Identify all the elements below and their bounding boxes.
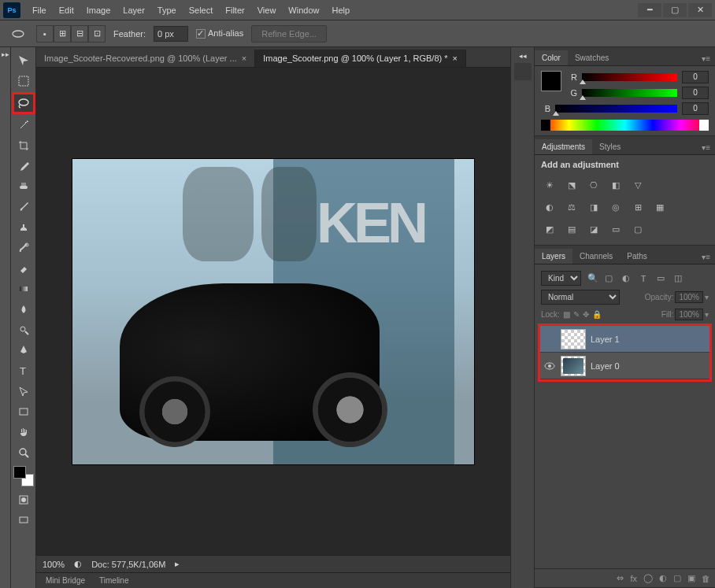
b-slider[interactable] <box>555 105 677 113</box>
layer-row[interactable]: Layer 0 <box>540 353 709 379</box>
history-panel-icon[interactable] <box>514 63 532 80</box>
healing-brush-tool[interactable] <box>13 177 35 196</box>
canvas-viewport[interactable]: KEN <box>36 68 510 555</box>
posterize-icon[interactable]: ▤ <box>563 221 580 237</box>
g-slider[interactable] <box>582 89 677 97</box>
clone-stamp-tool[interactable] <box>13 218 35 237</box>
tab-swatches[interactable]: Swatches <box>568 50 616 65</box>
status-arrow-icon[interactable]: ▸ <box>175 559 180 569</box>
pen-tool[interactable] <box>13 341 35 360</box>
lock-position-icon[interactable]: ✥ <box>583 310 589 319</box>
layer-visibility-toggle[interactable] <box>543 360 556 372</box>
search-icon[interactable]: 🔍 <box>587 273 598 283</box>
layer-mask-icon[interactable]: ◯ <box>643 573 653 583</box>
photo-filter-icon[interactable]: ◎ <box>607 199 624 215</box>
menu-window[interactable]: Window <box>283 3 324 17</box>
selective-color-icon[interactable]: ▢ <box>629 221 646 237</box>
refine-edge-button[interactable]: Refine Edge... <box>251 25 327 43</box>
expand-panels-icon[interactable]: ◂◂ <box>511 52 534 60</box>
type-tool[interactable]: T <box>13 361 35 380</box>
new-layer-icon[interactable]: ▣ <box>687 573 695 583</box>
menu-help[interactable]: Help <box>326 3 355 17</box>
filter-type-icon[interactable]: T <box>636 272 650 286</box>
color-balance-icon[interactable]: ⚖ <box>563 199 580 215</box>
document-tab-2[interactable]: Image_Scooter.png @ 100% (Layer 1, RGB/8… <box>255 50 466 67</box>
panel-menu-icon[interactable]: ▾≡ <box>697 250 715 264</box>
panel-menu-icon[interactable]: ▾≡ <box>697 52 715 65</box>
menu-select[interactable]: Select <box>183 3 219 17</box>
layer-visibility-toggle[interactable] <box>543 333 556 346</box>
selection-new[interactable]: ▪ <box>36 25 54 43</box>
expand-toolbox-icon[interactable]: ▸▸ <box>2 50 9 588</box>
minimize-button[interactable]: ━ <box>638 3 661 17</box>
maximize-button[interactable]: ▢ <box>663 3 687 17</box>
brush-tool[interactable] <box>13 198 35 216</box>
chevron-down-icon[interactable]: ▾ <box>705 293 709 301</box>
menu-filter[interactable]: Filter <box>220 3 250 17</box>
filter-shape-icon[interactable]: ▭ <box>654 272 668 286</box>
layer-name[interactable]: Layer 0 <box>591 361 620 371</box>
eyedropper-tool[interactable] <box>13 157 35 176</box>
selection-subtract[interactable]: ⊟ <box>71 25 88 43</box>
screen-mode-tool[interactable] <box>13 511 35 530</box>
layer-kind-select[interactable]: Kind <box>541 271 581 286</box>
delete-layer-icon[interactable]: 🗑 <box>702 574 710 583</box>
layer-fx-icon[interactable]: fx <box>630 574 637 583</box>
gradient-tool[interactable] <box>13 279 35 298</box>
menu-edit[interactable]: Edit <box>54 3 80 17</box>
layer-row[interactable]: Layer 1 <box>540 326 709 353</box>
layer-thumbnail[interactable] <box>561 356 586 376</box>
move-tool[interactable] <box>13 51 35 70</box>
r-value[interactable]: 0 <box>682 71 709 83</box>
antialias-checkbox[interactable]: ✓Anti-alias <box>196 28 243 39</box>
quick-mask-tool[interactable] <box>13 490 35 509</box>
link-layers-icon[interactable]: ⇔ <box>617 573 624 583</box>
layer-name[interactable]: Layer 1 <box>591 335 620 344</box>
document-tab-1[interactable]: Image_Scooter-Recovered.png @ 100% (Laye… <box>36 50 255 67</box>
path-selection-tool[interactable] <box>13 382 35 401</box>
history-brush-tool[interactable] <box>13 239 35 257</box>
dodge-tool[interactable] <box>13 320 35 339</box>
hand-tool[interactable] <box>13 423 35 442</box>
active-tool-icon[interactable] <box>8 25 28 43</box>
b-value[interactable]: 0 <box>682 102 709 115</box>
menu-type[interactable]: Type <box>152 3 182 17</box>
blur-tool[interactable] <box>13 300 35 319</box>
tab-styles[interactable]: Styles <box>592 139 628 154</box>
selection-intersect[interactable]: ⊡ <box>88 25 106 43</box>
new-adjustment-icon[interactable]: ◐ <box>659 573 667 583</box>
zoom-level[interactable]: 100% <box>43 560 65 569</box>
opacity-value[interactable]: 100% <box>675 291 703 303</box>
eraser-tool[interactable] <box>13 259 35 278</box>
close-icon[interactable]: × <box>453 54 458 63</box>
preview-icon[interactable]: ◐ <box>74 559 82 569</box>
bw-icon[interactable]: ◨ <box>585 199 602 215</box>
color-swatches[interactable] <box>13 466 34 486</box>
menu-view[interactable]: View <box>252 3 282 17</box>
lock-paint-icon[interactable]: ✎ <box>573 310 580 319</box>
invert-icon[interactable]: ◩ <box>541 221 558 237</box>
lookup-icon[interactable]: ▦ <box>651 199 669 215</box>
tab-paths[interactable]: Paths <box>620 249 654 264</box>
panel-menu-icon[interactable]: ▾≡ <box>697 141 715 154</box>
g-value[interactable]: 0 <box>682 87 709 99</box>
close-button[interactable]: ✕ <box>688 3 712 17</box>
menu-image[interactable]: Image <box>81 3 117 17</box>
magic-wand-tool[interactable] <box>13 116 35 135</box>
lasso-tool[interactable] <box>12 92 35 114</box>
curves-icon[interactable]: ⎔ <box>585 177 602 193</box>
vibrance-icon[interactable]: ▽ <box>629 177 646 193</box>
filter-image-icon[interactable]: ▢ <box>602 272 616 286</box>
menu-layer[interactable]: Layer <box>117 3 150 17</box>
hue-sat-icon[interactable]: ◐ <box>541 199 558 215</box>
tab-layers[interactable]: Layers <box>535 249 572 264</box>
r-slider[interactable] <box>582 73 677 81</box>
threshold-icon[interactable]: ◪ <box>585 221 602 237</box>
levels-icon[interactable]: ⬔ <box>563 177 580 193</box>
tab-mini-bridge[interactable]: Mini Bridge <box>39 575 91 586</box>
tab-timeline[interactable]: Timeline <box>93 575 135 586</box>
fill-value[interactable]: 100% <box>675 309 703 320</box>
gradient-map-icon[interactable]: ▭ <box>607 221 624 237</box>
exposure-icon[interactable]: ◧ <box>607 177 624 193</box>
chevron-down-icon[interactable]: ▾ <box>705 310 709 319</box>
